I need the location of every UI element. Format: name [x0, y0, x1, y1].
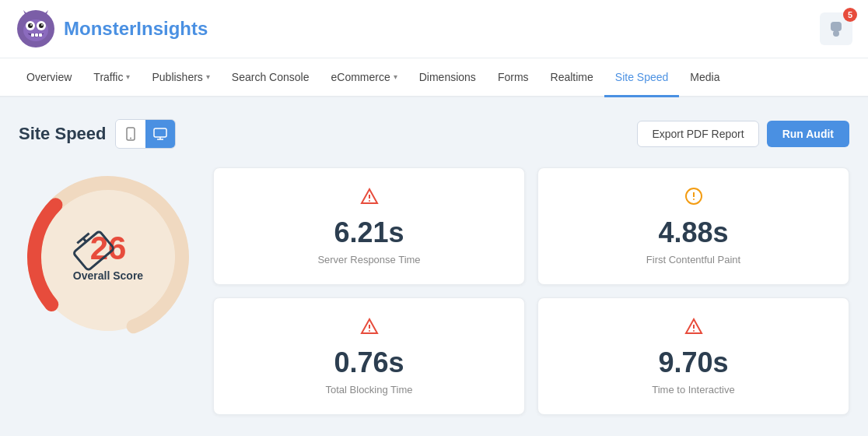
svg-point-5	[39, 23, 44, 28]
metrics-grid: 6.21s Server Response Time 4.88s First C…	[213, 167, 849, 415]
svg-point-6	[30, 24, 32, 26]
total-blocking-time-value: 0.76s	[229, 346, 509, 379]
header-actions: 5	[820, 12, 852, 45]
svg-point-4	[28, 23, 33, 28]
mobile-icon	[124, 127, 137, 141]
score-panel: 26 Overall Score	[19, 167, 198, 346]
svg-point-38	[693, 330, 695, 332]
notification-badge: 5	[843, 8, 857, 22]
main-nav: Overview Traffic ▾ Publishers ▾ Search C…	[0, 58, 868, 97]
svg-rect-18	[154, 128, 166, 137]
notifications-icon	[828, 20, 845, 37]
server-response-value: 6.21s	[229, 216, 509, 249]
metric-card-total-blocking-time: 0.76s Total Blocking Time	[213, 297, 525, 415]
svg-point-35	[369, 330, 370, 332]
section-actions: Export PDF Report Run Audit	[637, 121, 849, 147]
section-header: Site Speed	[19, 119, 849, 149]
page-title: Site Speed	[19, 124, 106, 144]
nav-item-overview[interactable]: Overview	[16, 58, 82, 97]
time-to-interactive-label: Time to Interactive	[554, 384, 833, 396]
svg-rect-10	[39, 33, 42, 37]
nav-item-forms[interactable]: Forms	[487, 58, 540, 97]
dashboard-grid: 26 Overall Score 6.21s Server Response T…	[19, 167, 849, 415]
metric-card-server-response: 6.21s Server Response Time	[213, 167, 525, 285]
nav-item-publishers[interactable]: Publishers ▾	[141, 58, 220, 97]
app-title: MonsterInsights	[64, 18, 208, 40]
export-pdf-button[interactable]: Export PDF Report	[637, 121, 758, 147]
nav-item-traffic[interactable]: Traffic ▾	[82, 58, 141, 97]
metric-card-time-to-interactive: 9.70s Time to Interactive	[537, 297, 849, 415]
total-blocking-time-label: Total Blocking Time	[229, 384, 509, 396]
svg-point-32	[693, 199, 695, 200]
overall-score-label: Overall Score	[73, 269, 143, 282]
warning-orange-icon	[554, 187, 833, 210]
svg-point-17	[130, 138, 131, 139]
svg-point-7	[41, 24, 43, 26]
svg-point-29	[369, 200, 370, 202]
metric-card-first-contentful-paint: 4.88s First Contentful Paint	[537, 167, 849, 285]
app-header: MonsterInsights 5	[0, 0, 868, 58]
nav-item-media[interactable]: Media	[679, 58, 730, 97]
monster-logo-icon	[16, 9, 56, 49]
svg-rect-15	[834, 31, 838, 35]
time-to-interactive-value: 9.70s	[554, 346, 833, 379]
warning-red-icon-3	[554, 317, 833, 340]
nav-item-site-speed[interactable]: Site Speed	[604, 58, 680, 97]
nav-item-search-console[interactable]: Search Console	[221, 58, 320, 97]
nav-item-realtime[interactable]: Realtime	[540, 58, 604, 97]
server-response-label: Server Response Time	[229, 254, 509, 265]
main-content: Site Speed	[0, 97, 868, 436]
desktop-icon	[153, 128, 167, 140]
logo-area: MonsterInsights	[16, 9, 208, 49]
score-inner: 26 Overall Score	[73, 232, 143, 282]
first-contentful-paint-value: 4.88s	[554, 216, 833, 249]
warning-red-icon-2	[229, 317, 509, 340]
chevron-down-icon: ▾	[206, 72, 210, 81]
svg-rect-13	[831, 22, 842, 31]
svg-rect-8	[31, 33, 34, 37]
run-audit-button[interactable]: Run Audit	[767, 121, 849, 147]
svg-rect-9	[35, 33, 38, 37]
nav-item-dimensions[interactable]: Dimensions	[408, 58, 487, 97]
chevron-down-icon: ▾	[126, 72, 130, 81]
warning-red-icon	[229, 187, 509, 210]
nav-item-ecommerce[interactable]: eCommerce ▾	[320, 58, 408, 97]
first-contentful-paint-label: First Contentful Paint	[554, 254, 833, 265]
notifications-button[interactable]: 5	[820, 12, 852, 45]
section-title-group: Site Speed	[19, 119, 176, 149]
desktop-device-button[interactable]	[145, 120, 175, 148]
chevron-down-icon: ▾	[394, 72, 397, 81]
